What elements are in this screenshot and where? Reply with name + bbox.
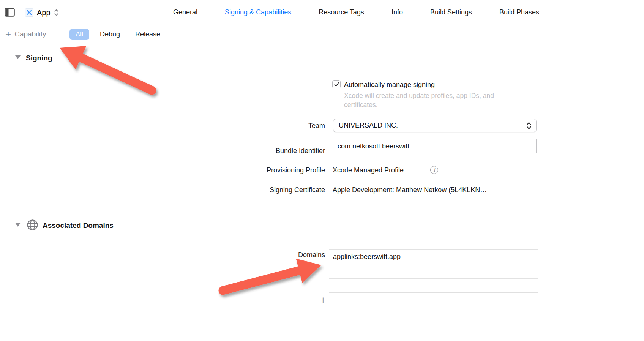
globe-icon xyxy=(27,219,38,232)
tab-build-phases[interactable]: Build Phases xyxy=(499,8,539,16)
bundle-identifier-input[interactable] xyxy=(338,142,532,150)
auto-manage-signing-label: Automatically manage signing xyxy=(344,81,435,89)
editor-tabs: General Signing & Capabilities Resource … xyxy=(173,0,539,24)
checkmark-icon xyxy=(334,82,339,87)
auto-manage-signing-description: Xcode will create and update profiles, a… xyxy=(344,91,515,109)
add-capability-label: Capability xyxy=(14,30,46,38)
domain-row[interactable] xyxy=(329,264,538,278)
section-divider xyxy=(11,208,595,208)
section-divider xyxy=(11,319,595,319)
target-name: App xyxy=(37,8,51,17)
add-capability-button[interactable]: + Capability xyxy=(5,24,46,44)
domain-row[interactable] xyxy=(329,278,538,293)
xcode-signing-capabilities-pane: App General Signing & Capabilities Resou… xyxy=(0,0,644,341)
bundle-identifier-field[interactable] xyxy=(333,139,537,153)
target-selector[interactable]: App xyxy=(25,5,59,20)
signing-section-title: Signing xyxy=(26,54,52,62)
associated-domains-disclosure-triangle[interactable] xyxy=(15,223,21,227)
project-editor-tab-bar: App General Signing & Capabilities Resou… xyxy=(0,0,644,24)
filter-release[interactable]: Release xyxy=(131,29,165,40)
capability-toolbar: + Capability All Debug Release xyxy=(0,24,644,44)
info-icon[interactable]: i xyxy=(430,166,438,174)
filter-debug[interactable]: Debug xyxy=(95,29,125,40)
domains-label: Domains xyxy=(213,251,325,259)
provisioning-profile-label: Provisioning Profile xyxy=(213,166,325,174)
remove-domain-button[interactable]: − xyxy=(331,295,341,305)
configuration-filter: All Debug Release xyxy=(69,24,165,44)
arrow-to-domains-field xyxy=(223,270,301,290)
chevron-up-down-icon xyxy=(526,121,532,130)
app-target-icon xyxy=(25,8,33,17)
signing-disclosure-triangle[interactable] xyxy=(15,55,21,59)
domain-row[interactable]: applinks:beerswift.app xyxy=(329,249,538,264)
arrow-to-capability-button xyxy=(82,58,152,90)
sidebar-toggle-icon[interactable] xyxy=(5,8,15,17)
team-value: UNIVERSALD INC. xyxy=(339,122,526,129)
bundle-identifier-label: Bundle Identifier xyxy=(213,147,325,155)
signing-certificate-label: Signing Certificate xyxy=(213,186,325,194)
chevron-up-down-icon xyxy=(54,8,59,17)
provisioning-profile-value: Xcode Managed Profile xyxy=(333,166,404,174)
add-domain-button[interactable]: + xyxy=(318,295,328,305)
toolbar-divider xyxy=(65,27,65,41)
domains-table: applinks:beerswift.app xyxy=(329,249,538,293)
signing-certificate-value: Apple Development: Matthew Netkow (5L4KL… xyxy=(333,186,487,194)
tab-signing-capabilities[interactable]: Signing & Capabilities xyxy=(225,8,291,16)
associated-domains-section-title: Associated Domains xyxy=(43,221,114,230)
filter-all[interactable]: All xyxy=(69,29,89,40)
team-label: Team xyxy=(213,122,325,130)
tab-resource-tags[interactable]: Resource Tags xyxy=(319,8,364,16)
team-popup-button[interactable]: UNIVERSALD INC. xyxy=(333,119,537,132)
plus-icon: + xyxy=(5,29,11,39)
auto-manage-signing-checkbox[interactable] xyxy=(332,80,341,88)
tab-info[interactable]: Info xyxy=(391,8,403,16)
tab-build-settings[interactable]: Build Settings xyxy=(430,8,472,16)
tab-general[interactable]: General xyxy=(173,8,197,16)
